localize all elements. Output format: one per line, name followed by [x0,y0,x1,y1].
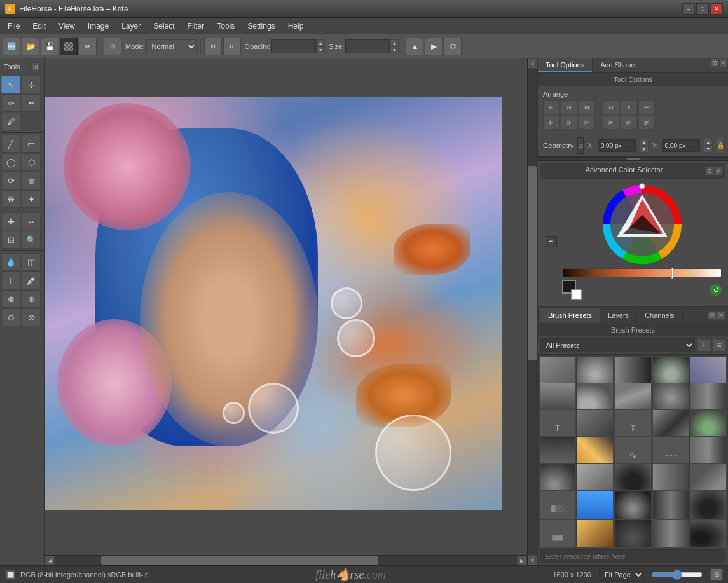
align-center-v-button[interactable]: ⊧ [621,100,637,114]
pressure-button[interactable]: ▲ [406,38,423,55]
erase-button[interactable]: ⊘ [204,38,222,55]
menu-select[interactable]: Select [148,20,179,32]
canvas-inner[interactable] [45,58,527,555]
y-up-arrow[interactable]: ▲ [704,139,713,146]
preset-options-button[interactable]: ≡ [713,339,725,352]
magic-wand-button[interactable]: ⊛ [22,172,41,189]
smart-patch-button[interactable]: ⊗ [1,290,20,308]
fg-bg-swatch[interactable] [562,280,582,300]
tab-tool-options[interactable]: Tool Options [538,58,593,72]
measure-button[interactable]: ⊕ [22,290,41,308]
brush-item-34[interactable] [652,519,689,547]
eyedropper-color-button[interactable]: ✒ [546,236,557,247]
opacity-down-arrow[interactable]: ▼ [316,46,325,53]
align-bottom-button[interactable]: ⊨ [638,100,655,114]
menu-file[interactable]: File [3,20,25,32]
y-coord-input[interactable] [662,139,700,152]
color-selector-close-icon[interactable]: ✕ [714,167,723,175]
align-right-button[interactable]: ⊠ [579,100,595,114]
brush-item-31[interactable]: ▓▓▓ [539,519,576,547]
canvas-image[interactable] [45,97,502,510]
add-preset-button[interactable]: + [697,339,710,352]
mode-dropdown[interactable]: Normal [146,39,197,53]
brush-panel-float-icon[interactable]: ⊡ [708,311,717,320]
menu-tools[interactable]: Tools [212,20,240,32]
tab-brush-presets[interactable]: Brush Presets [540,308,600,322]
y-down-arrow[interactable]: ▼ [704,146,713,153]
assistant-button[interactable]: ⊙ [1,308,20,326]
align-top-button[interactable]: ⊡ [603,100,619,114]
tab-add-shape[interactable]: Add Shape [593,58,643,72]
close-button[interactable]: ✕ [710,3,723,15]
h-scroll-right-button[interactable]: ▶ [517,556,527,565]
scroll-down-button[interactable]: ▼ [528,555,537,565]
brush-panel-close-icon[interactable]: ✕ [717,311,725,320]
menu-edit[interactable]: Edit [27,20,51,32]
preset-filter-dropdown[interactable]: All Presets [540,338,695,352]
align-left-button[interactable]: ⊞ [543,100,560,114]
zoom-slider[interactable] [652,570,703,580]
arrow-tool-button[interactable]: ↖ [1,76,20,93]
pen-tool-button[interactable]: 🖊 [1,113,20,130]
reset-colors-button[interactable]: ↺ [710,284,722,296]
tools-options-icon[interactable]: ⊞ [31,62,40,71]
lock-button[interactable]: 🔒 [717,137,725,154]
move-tool-button[interactable]: ✚ [1,212,20,230]
preserve-alpha-button[interactable]: α [223,38,241,55]
reference-button[interactable]: ⊘ [22,308,41,326]
brush-select-button[interactable]: ✏ [79,38,97,55]
color-wheel-svg[interactable] [601,183,683,266]
distribute-top-button[interactable]: ⊬ [603,116,619,130]
x-up-arrow[interactable]: ▲ [640,139,649,146]
swatch-button[interactable] [60,38,78,55]
color-selector-float-icon[interactable]: ⊡ [705,167,714,175]
new-file-button[interactable]: 🆕 [3,38,20,55]
menu-help[interactable]: Help [283,20,309,32]
fit-page-dropdown[interactable]: Fit Page [599,568,644,581]
distribute-center-h-button[interactable]: ⊪ [561,116,577,130]
ellipse-select-button[interactable]: ◯ [1,153,20,171]
distribute-right-button[interactable]: ⊫ [579,116,595,130]
tab-channels[interactable]: Channels [637,308,682,322]
gradient-tool-button[interactable]: ◫ [22,253,41,271]
open-file-button[interactable]: 📂 [22,38,39,55]
x-coord-input[interactable] [598,139,636,152]
contiguous-select-button[interactable]: ❋ [1,190,20,208]
size-up-arrow[interactable]: ▲ [390,39,399,46]
opacity-up-arrow[interactable]: ▲ [316,39,325,46]
crop-tool-button[interactable]: ⊞ [1,231,20,249]
h-scroll-left-button[interactable]: ◀ [45,556,55,565]
menu-filter[interactable]: Filter [182,20,210,32]
settings-button[interactable]: ⚙ [444,38,462,55]
pencil-tool-button[interactable]: ✏ [1,94,20,112]
line-tool-button[interactable]: ╱ [1,135,20,153]
text-tool-button[interactable]: T [1,271,20,289]
distribute-bottom-button[interactable]: ⊮ [638,116,655,130]
brush-item-33[interactable] [614,519,651,547]
rect-select-button[interactable]: ▭ [22,135,41,153]
size-down-arrow[interactable]: ▼ [390,46,399,53]
resource-filter-input[interactable] [540,549,725,563]
scroll-track[interactable] [528,69,537,555]
save-file-button[interactable]: 💾 [41,38,58,55]
zoom-tool-button[interactable]: 🔍 [22,231,41,249]
distribute-left-button[interactable]: ⊩ [543,116,560,130]
brush-item-35[interactable] [690,519,727,547]
eyedropper-button[interactable]: 💉 [22,271,41,289]
align-center-h-button[interactable]: ⊟ [561,100,577,114]
x-down-arrow[interactable]: ▼ [640,146,649,153]
menu-image[interactable]: Image [83,20,114,32]
crosshair-tool-button[interactable]: ⊹ [22,76,41,93]
fullscreen-button[interactable]: ⊞ [710,568,723,581]
menu-view[interactable]: View [53,20,80,32]
polygon-select-button[interactable]: ⬡ [22,153,41,171]
menu-layer[interactable]: Layer [116,20,146,32]
transform-tool-button[interactable]: ↔ [22,212,41,230]
tab-layers[interactable]: Layers [600,308,637,322]
size-input[interactable]: 30.00 [345,39,390,53]
calligraphy-tool-button[interactable]: ✒ [22,94,41,112]
menu-settings[interactable]: Settings [242,20,280,32]
panel-close-icon[interactable]: ✕ [719,58,728,67]
fill-tool-button[interactable]: 💧 [1,253,20,271]
color-gradient-bar[interactable] [562,268,722,277]
